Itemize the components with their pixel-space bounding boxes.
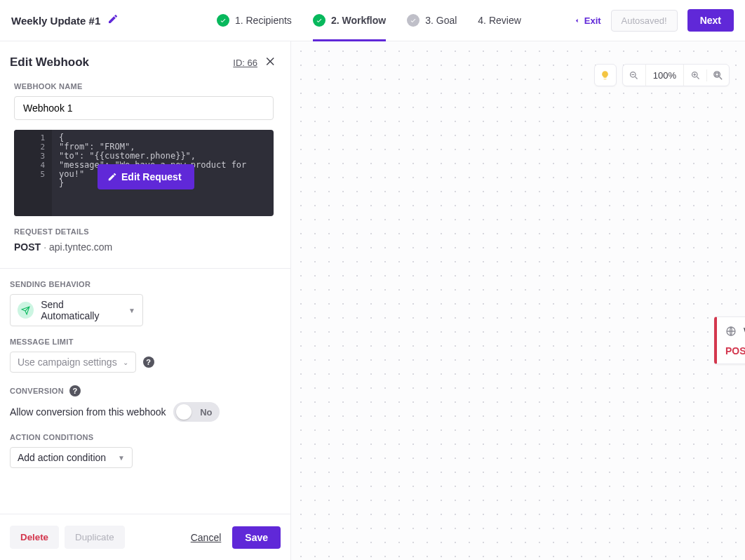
step-label: 3. Goal xyxy=(425,15,457,26)
sending-behavior-value: Send Automatically xyxy=(41,299,121,321)
action-conditions-label: ACTION CONDITIONS xyxy=(10,433,276,441)
send-icon xyxy=(18,302,34,319)
campaign-title: Weekly Update #1 xyxy=(11,15,100,27)
chevron-down-icon: ⌄ xyxy=(123,359,128,366)
step-label: 1. Recipients xyxy=(235,15,292,26)
zoom-out-button[interactable] xyxy=(623,70,645,81)
conversion-toggle[interactable]: No xyxy=(173,402,220,422)
svg-rect-3 xyxy=(716,72,718,75)
triangle-down-icon: ▼ xyxy=(118,454,125,462)
webhook-name-label: WEBHOOK NAME xyxy=(14,82,276,91)
status-check-icon xyxy=(407,14,420,27)
message-limit-label: MESSAGE LIMIT xyxy=(10,338,276,346)
code-gutter: 12345 xyxy=(14,130,52,216)
conversion-row: Allow conversion from this webhook No xyxy=(10,402,276,422)
exit-link[interactable]: Exit xyxy=(572,15,601,26)
globe-icon xyxy=(725,326,737,337)
action-condition-value: Add action condition xyxy=(18,452,106,463)
step-review[interactable]: 4. Review xyxy=(478,0,521,41)
status-check-icon xyxy=(313,14,325,27)
delete-button[interactable]: Delete xyxy=(10,526,59,549)
edit-title-icon[interactable] xyxy=(107,13,119,27)
canvas-toolbar: 100% xyxy=(594,64,730,86)
action-condition-select[interactable]: Add action condition ▼ xyxy=(10,447,133,468)
webhook-id[interactable]: ID: 66 xyxy=(233,58,257,68)
status-check-icon xyxy=(217,14,229,27)
help-icon[interactable]: ? xyxy=(143,356,154,368)
step-recipients[interactable]: 1. Recipients xyxy=(217,0,292,41)
triangle-down-icon: ▼ xyxy=(128,307,135,314)
zoom-fit-button[interactable] xyxy=(706,69,729,81)
wizard-steps: 1. Recipients 2. Workflow 3. Goal 4. Rev… xyxy=(180,0,558,41)
zoom-in-button[interactable] xyxy=(684,70,706,81)
panel-head: Edit Webhook ID: 66 xyxy=(10,55,276,69)
save-button[interactable]: Save xyxy=(232,526,281,549)
webhook-node[interactable]: Webhook 1 POST · api.tyntec.com xyxy=(714,316,745,364)
header-title-wrap: Weekly Update #1 xyxy=(11,13,166,27)
toggle-label: No xyxy=(200,407,212,418)
request-details-label: REQUEST DETAILS xyxy=(14,227,276,236)
zoom-value: 100% xyxy=(645,65,684,86)
step-label: 4. Review xyxy=(478,15,521,26)
edit-request-button[interactable]: Edit Request xyxy=(98,164,194,189)
workflow-canvas[interactable]: 100% Trigger Webhook 1 xyxy=(291,41,745,560)
panel-title: Edit Webhook xyxy=(10,55,89,69)
zoom-group: 100% xyxy=(622,64,730,86)
step-goal[interactable]: 3. Goal xyxy=(407,0,457,41)
sending-behavior-select[interactable]: Send Automatically ▼ xyxy=(10,294,143,326)
divider xyxy=(0,268,290,269)
conversion-label: CONVERSION xyxy=(10,387,64,395)
lightbulb-button[interactable] xyxy=(594,64,617,86)
header: Weekly Update #1 1. Recipients 2. Workfl… xyxy=(0,0,745,41)
node-method: POST xyxy=(725,345,745,356)
cancel-link[interactable]: Cancel xyxy=(191,532,222,543)
edit-panel: Edit Webhook ID: 66 WEBHOOK NAME 12345 { xyxy=(0,41,291,560)
sending-behavior-label: SENDING BEHAVIOR xyxy=(10,280,276,288)
request-details: POST · api.tyntec.com xyxy=(14,241,276,253)
separator: · xyxy=(43,241,46,253)
duplicate-button[interactable]: Duplicate xyxy=(65,526,125,549)
step-label: 2. Workflow xyxy=(331,15,386,26)
webhook-name-input[interactable] xyxy=(14,96,274,120)
conversion-text: Allow conversion from this webhook xyxy=(10,406,166,418)
message-limit-select[interactable]: Use campaign settings ⌄ xyxy=(10,352,136,373)
help-icon[interactable]: ? xyxy=(69,385,81,396)
svg-point-2 xyxy=(714,71,720,77)
toggle-knob xyxy=(176,404,192,420)
autosaved-badge: Autosaved! xyxy=(611,10,678,32)
header-actions: Exit Autosaved! Next xyxy=(572,9,734,32)
request-host: api.tyntec.com xyxy=(49,241,112,253)
next-button[interactable]: Next xyxy=(687,9,734,32)
request-code-block: 12345 { "from": "FROM", "to": "{{custome… xyxy=(14,130,274,216)
step-workflow[interactable]: 2. Workflow xyxy=(313,0,386,41)
exit-label: Exit xyxy=(584,15,601,26)
panel-footer: Delete Duplicate Cancel Save xyxy=(0,514,290,560)
message-limit-value: Use campaign settings xyxy=(18,356,117,368)
close-icon[interactable] xyxy=(264,55,276,69)
request-method: POST xyxy=(14,241,41,253)
edit-request-label: Edit Request xyxy=(121,171,182,182)
